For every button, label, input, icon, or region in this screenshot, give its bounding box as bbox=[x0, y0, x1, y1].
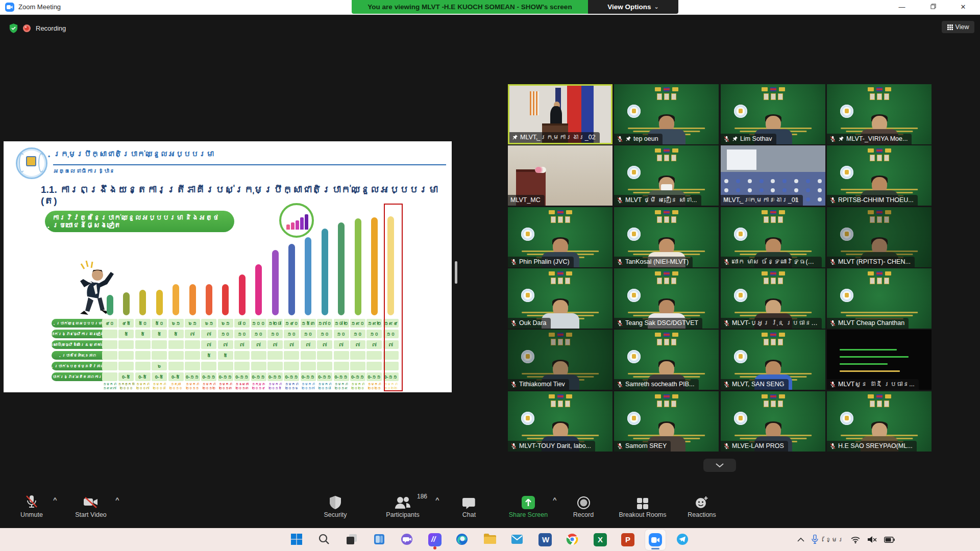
taskbar-app-windows-start[interactable] bbox=[287, 530, 307, 550]
benefit-cell: ១០ bbox=[267, 330, 283, 338]
participant-tile[interactable]: Samreth socheath PIB... bbox=[614, 330, 719, 390]
participant-tile[interactable]: Phin Phalin (JVC) bbox=[508, 207, 612, 267]
participant-name: RPITSB-CHHIM THOEU... bbox=[838, 196, 914, 204]
close-button[interactable]: ✕ bbox=[951, 0, 975, 14]
minimize-button[interactable]: — bbox=[890, 0, 914, 14]
mic-muted-icon bbox=[723, 381, 730, 388]
slide-scrollbar-thumb[interactable] bbox=[455, 261, 457, 284]
benefit-cell: ៤០ bbox=[102, 319, 117, 328]
participant-tile[interactable]: MLVTសួន ដានី ប្រធាន... bbox=[827, 330, 932, 390]
taskbar-app-widgets[interactable] bbox=[342, 530, 362, 550]
security-button[interactable]: Security bbox=[305, 493, 366, 518]
taskbar-app-word[interactable]: W bbox=[535, 530, 555, 550]
share-screen-button[interactable]: Share Screen bbox=[498, 493, 559, 518]
participant-tile[interactable]: MLVT-ប្អូរ រ៉ុន ប្រធានម... bbox=[721, 268, 825, 329]
taskbar-app-mail[interactable] bbox=[507, 530, 528, 550]
volume-muted-icon[interactable] bbox=[867, 536, 877, 543]
backdrop-flags bbox=[508, 271, 612, 276]
benefit-cell: 0-៥ bbox=[118, 372, 134, 381]
participant-namebar: MLVT_ក្រុមការងារ_02 bbox=[509, 132, 600, 143]
mlvt-seal-icon bbox=[627, 412, 641, 425]
taskbar-app-excel[interactable]: X bbox=[590, 530, 610, 550]
participant-name: Phin Phalin (JVC) bbox=[519, 258, 570, 265]
taskbar-app-chrome[interactable] bbox=[562, 530, 583, 550]
start-video-button[interactable]: Start Video bbox=[60, 493, 121, 518]
taskbar-app-telegram[interactable] bbox=[673, 530, 693, 550]
participant-tile[interactable]: TanKosal (NIEI-MLVT) bbox=[614, 207, 719, 267]
benefit-cell bbox=[284, 362, 299, 370]
record-button[interactable]: Record bbox=[553, 493, 614, 518]
backdrop-flags bbox=[508, 333, 612, 337]
participant-tile[interactable]: tep oeun bbox=[614, 84, 719, 144]
taskbar-app-powerpoint[interactable]: P bbox=[618, 530, 638, 550]
participant-tile[interactable]: H.E SAO SREYPAO(ML... bbox=[827, 391, 932, 452]
maximize-button[interactable] bbox=[921, 0, 945, 14]
recording-label: Recording bbox=[36, 24, 66, 32]
x-axis-label: ១មករា២០១៣ bbox=[217, 382, 234, 390]
video-options-caret[interactable]: ^ bbox=[115, 496, 119, 504]
participant-tile[interactable]: លោក មាស ច័ន្ទណារិទ្ធ(រ... bbox=[721, 207, 825, 267]
participant-tile[interactable]: MLVT-_VIRIYA Moe... bbox=[827, 84, 932, 144]
participant-tile[interactable]: MLVT_ក្រុមការងារ_01 bbox=[721, 145, 825, 206]
participant-tile[interactable]: MLVT-TOUY Darit, labo... bbox=[508, 391, 612, 452]
taskbar-app-m-app[interactable]: // bbox=[425, 530, 445, 550]
benefit-cell: ១០ bbox=[301, 330, 316, 338]
wifi-icon[interactable] bbox=[851, 536, 860, 543]
participant-name: MLVT_ក្រុមការងារ_01 bbox=[723, 196, 799, 204]
benefit-cell bbox=[152, 351, 167, 360]
telegram-icon bbox=[676, 533, 690, 546]
taskbar-app-teams-chat[interactable] bbox=[397, 530, 418, 550]
benefit-cell: 0-១១ bbox=[301, 372, 316, 381]
backdrop-portraits bbox=[721, 93, 825, 100]
system-tray: ខ្មែរ bbox=[797, 528, 895, 551]
taskbar-app-edge[interactable] bbox=[452, 530, 473, 550]
benefit-row-label: ប្រាក់ឈ្នួលអប្បបរមា bbox=[52, 319, 107, 328]
benefit-cell bbox=[267, 362, 283, 370]
tray-microphone-icon[interactable] bbox=[812, 535, 818, 544]
participant-name: លោក មាស ច័ន្ទណារិទ្ធ(រ... bbox=[732, 258, 818, 265]
participant-tile[interactable]: MLVE-LAM PROS bbox=[721, 391, 825, 452]
language-indicator[interactable]: ខ្មែរ bbox=[825, 536, 844, 543]
benefit-cell: ១០ bbox=[218, 330, 233, 338]
benefit-cell bbox=[168, 362, 184, 370]
breakout-rooms-button[interactable]: Breakout Rooms bbox=[612, 493, 673, 518]
view-layout-button[interactable]: View bbox=[942, 21, 974, 33]
participant-tile[interactable]: RPITSB-CHHIM THOEU... bbox=[827, 145, 932, 206]
grid-view-icon bbox=[947, 24, 953, 30]
participant-tile[interactable]: Lim Sothav bbox=[721, 84, 825, 144]
benefit-cell: ៥ bbox=[201, 351, 216, 360]
battery-icon[interactable] bbox=[884, 537, 895, 543]
unmute-options-caret[interactable]: ^ bbox=[53, 496, 57, 504]
participant-tile[interactable]: MLVT_MC bbox=[508, 145, 612, 206]
reactions-button[interactable]: Reactions bbox=[671, 493, 732, 518]
taskbar-app-search[interactable] bbox=[314, 530, 335, 550]
tray-chevron-up-icon[interactable] bbox=[797, 537, 804, 542]
participant-tile[interactable]: Ouk Dara bbox=[508, 268, 612, 329]
backdrop-portraits bbox=[614, 278, 719, 284]
participant-tile[interactable]: MLVT Cheap Chanthan bbox=[827, 268, 932, 329]
chat-button[interactable]: Chat bbox=[438, 493, 500, 518]
slide-org-line1: ក្រុមប្រឹក្សាជាតិប្រាក់ឈ្នួលអប្បបរមា bbox=[53, 149, 214, 158]
x-axis-label: ១មករា២០០៧ bbox=[134, 382, 152, 390]
participant-tile[interactable]: Teang Sak DSC/DGTVET bbox=[614, 268, 719, 329]
participant-tile[interactable]: Tithiakomol Tiev bbox=[508, 330, 612, 390]
view-options-button[interactable]: View Options⌄ bbox=[588, 0, 678, 14]
taskbar-app-zoom[interactable] bbox=[645, 530, 666, 550]
benefit-cell: ៧ bbox=[201, 340, 216, 349]
windows-taskbar: //WXP ខ្មែរ 8:41 AM 2/25/2022 bbox=[0, 528, 980, 551]
benefit-cell bbox=[350, 362, 365, 370]
benefit-cell: ១២៨ bbox=[267, 319, 283, 328]
participant-namebar: លោក មាស ច័ន្ទណារិទ្ធ(រ... bbox=[721, 257, 822, 267]
taskbar-app-file-explorer[interactable] bbox=[480, 530, 500, 550]
share-screen-icon bbox=[498, 493, 559, 510]
benefit-row-label: ប្រាក់រង្វាន់អតីតភាពការងារ bbox=[52, 372, 107, 381]
participant-tile[interactable]: Samorn SREY bbox=[614, 391, 719, 452]
participant-namebar: Samreth socheath PIB... bbox=[614, 379, 699, 390]
task-view-icon bbox=[373, 533, 386, 546]
participant-tile[interactable]: MLVT_ក្រុមការងារ_02 bbox=[508, 84, 612, 144]
taskbar-app-task-view[interactable] bbox=[370, 530, 390, 550]
participant-tile[interactable]: MLVT (RPITST)- CHEN... bbox=[827, 207, 932, 267]
more-participants-button[interactable] bbox=[703, 459, 736, 472]
participant-tile[interactable]: MLVT ថ្មី សុខឿន សាខា... bbox=[614, 145, 719, 206]
participant-tile[interactable]: MLVT, SAN SENG bbox=[721, 330, 825, 390]
